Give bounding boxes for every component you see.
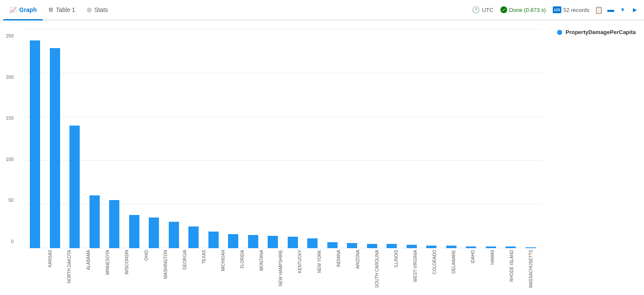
x-label-group: NEW HAMPSHIRE — [271, 250, 290, 286]
x-label: NORTH DAKOTA — [67, 250, 72, 284]
bar[interactable] — [387, 244, 397, 248]
x-label: OHIO — [144, 250, 149, 261]
records-label: 52 records — [563, 7, 589, 13]
x-label: DELAWARE — [451, 250, 456, 273]
y-label: 200 — [6, 74, 14, 80]
x-label: COLORADO — [432, 250, 437, 274]
bar-group — [521, 29, 540, 248]
bar[interactable] — [109, 200, 119, 248]
bar-group — [144, 29, 164, 248]
x-label: ILLINOIS — [394, 250, 399, 267]
bar[interactable] — [486, 246, 496, 248]
bar-group — [65, 29, 84, 248]
chevron-down-button[interactable]: ▼ — [617, 4, 629, 16]
tab-stats[interactable]: ◎ Stats — [81, 0, 114, 20]
bar[interactable] — [69, 126, 80, 248]
bar[interactable] — [90, 195, 100, 248]
check-icon: ✓ — [500, 6, 507, 13]
done-badge: ✓ Done (0.873 s) — [500, 6, 546, 13]
y-axis: 250200150100500 — [0, 33, 15, 244]
x-label-group: NEW YORK — [310, 250, 329, 273]
y-label: 150 — [6, 115, 14, 120]
x-label-group: KANSAS — [41, 250, 59, 267]
bar[interactable] — [248, 235, 258, 248]
bar[interactable] — [50, 48, 60, 248]
tab-graph-label: Graph — [19, 6, 37, 13]
bar[interactable] — [288, 237, 298, 248]
x-label: INDIANA — [336, 250, 341, 267]
bar-group — [402, 29, 422, 248]
bar[interactable] — [208, 232, 219, 248]
x-label: MINNESOTA — [105, 250, 110, 275]
bar-group — [184, 29, 203, 248]
x-label: WASHINGTON — [163, 250, 168, 279]
x-label-group: DELAWARE — [445, 250, 463, 273]
bar[interactable] — [426, 246, 436, 248]
x-label-group: MINNESOTA — [98, 250, 117, 275]
bar[interactable] — [268, 236, 278, 248]
chart-container: 250200150100500 KANSASNORTH DAKOTAALABAM… — [0, 20, 644, 295]
records-icon: 123 — [553, 6, 561, 13]
x-label-group: HAWAII — [483, 250, 502, 265]
records-badge: 123 52 records — [553, 6, 589, 13]
y-label: 250 — [6, 33, 14, 38]
bar[interactable] — [367, 244, 377, 248]
bar-group — [462, 29, 481, 248]
x-label-group: INDIANA — [329, 250, 348, 267]
legend-item: PropertyDamagePerCapita — [557, 29, 637, 35]
copy-button[interactable]: 📋 — [593, 4, 605, 16]
x-label: NEW HAMPSHIRE — [278, 250, 283, 286]
y-label: 50 — [9, 198, 14, 203]
legend: PropertyDamagePerCapita — [550, 25, 644, 295]
bar-group — [343, 29, 362, 248]
bar-group — [244, 29, 263, 248]
x-label-group: TEXAS — [195, 250, 213, 264]
bar[interactable] — [30, 40, 40, 248]
x-label-group: SOUTH CAROLINA — [368, 250, 386, 288]
y-label: 100 — [6, 157, 14, 162]
tab-graph[interactable]: 📈 Graph — [3, 0, 43, 20]
bar[interactable] — [347, 243, 357, 248]
bar[interactable] — [188, 226, 199, 249]
utc-badge: 🕐 UTC — [472, 6, 494, 14]
bar[interactable] — [327, 242, 338, 248]
bar-group — [263, 29, 283, 248]
stats-icon: ◎ — [87, 6, 92, 13]
x-label: HAWAII — [490, 250, 495, 265]
x-label-group: IDAHO — [464, 250, 482, 263]
x-label-group: OHIO — [137, 250, 156, 261]
x-label: SOUTH CAROLINA — [375, 250, 379, 288]
bar-group — [46, 29, 65, 248]
bar[interactable] — [446, 246, 456, 248]
bar[interactable] — [169, 222, 179, 248]
x-label: TEXAS — [202, 250, 206, 264]
bar-group — [382, 29, 401, 248]
bar[interactable] — [228, 234, 238, 248]
x-label-group: WASHINGTON — [156, 250, 175, 279]
x-label-group: ALABAMA — [79, 250, 98, 270]
x-label: RHODE ISLAND — [509, 250, 514, 282]
x-label-group: GEORGIA — [176, 250, 194, 270]
display-button[interactable]: ▬ — [605, 4, 617, 16]
graph-icon: 📈 — [9, 6, 17, 13]
legend-dot — [557, 30, 562, 35]
toolbar: 📈 Graph ⊞ Table 1 ◎ Stats 🕐 UTC ✓ Done (… — [0, 0, 644, 20]
bar[interactable] — [466, 246, 476, 248]
x-label-group: COLORADO — [425, 250, 444, 274]
bar[interactable] — [526, 247, 536, 248]
bar-group — [165, 29, 184, 248]
bar[interactable] — [307, 238, 318, 248]
y-label: 0 — [11, 239, 14, 244]
bar-group — [125, 29, 144, 248]
x-label-group: KENTUCKY — [291, 250, 309, 273]
x-label-group: ILLINOIS — [387, 250, 405, 267]
x-label: MICHIGAN — [221, 250, 225, 271]
x-label-group: FLORIDA — [233, 250, 251, 268]
bar[interactable] — [149, 218, 159, 248]
bar[interactable] — [407, 245, 417, 248]
tab-stats-label: Stats — [94, 6, 108, 13]
chevron-right-button[interactable]: ▶ — [629, 4, 641, 16]
bar[interactable] — [505, 246, 516, 248]
tab-table[interactable]: ⊞ Table 1 — [43, 0, 81, 20]
bar[interactable] — [129, 215, 139, 248]
